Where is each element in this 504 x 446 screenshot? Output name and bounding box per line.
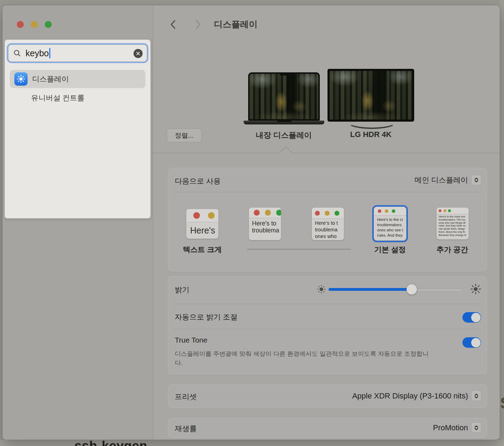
back-button[interactable]	[168, 19, 178, 30]
refresh-rate-label: 재생률	[175, 424, 197, 433]
scaling-label-more-space: 추가 공간	[417, 245, 487, 254]
display-thumbnail-lg[interactable]	[327, 69, 414, 122]
true-tone-toggle[interactable]	[462, 337, 481, 348]
card-divider	[174, 329, 481, 329]
wallpaper	[330, 71, 412, 120]
arrange-button[interactable]: 정렬...	[167, 129, 202, 142]
desktop-bottom-strip: ssh-keygen	[0, 440, 504, 446]
scaling-option-2[interactable]: Here's totroublema	[249, 208, 281, 240]
use-as-popup-button[interactable]	[471, 175, 481, 185]
sun-dim-icon	[317, 285, 326, 294]
search-result-label: 디스플레이	[32, 74, 69, 84]
scaling-option-larger-text[interactable]: Here's	[186, 209, 218, 239]
card-divider	[174, 192, 481, 192]
system-settings-window: keybo	[2, 5, 500, 440]
scaling-label-default: 기본 설정	[355, 245, 425, 254]
scaling-connector-line	[247, 249, 351, 250]
sun-bright-icon	[470, 283, 482, 295]
background-terminal-text: ssh-keygen	[74, 440, 147, 446]
use-as-label: 다음으로 사용	[175, 176, 221, 186]
search-input[interactable]: keybo	[8, 44, 147, 62]
card-divider	[174, 304, 481, 304]
forward-button[interactable]	[193, 19, 203, 30]
scaling-label-larger-text: 텍스트 크게	[167, 245, 237, 254]
search-result-display[interactable]: 디스플레이	[10, 70, 145, 88]
display-brightness-icon	[14, 72, 28, 86]
screenshot-canvas: S ssh-keygen keybo	[0, 0, 504, 446]
selected-display-pointer	[280, 146, 293, 159]
preset-popup-button[interactable]	[471, 391, 481, 401]
preset-card: 프리셋 Apple XDR Display (P3-1600 nits)	[168, 384, 487, 408]
brightness-label: 밝기	[175, 285, 189, 295]
minimize-button[interactable]	[31, 21, 38, 28]
page-title: 디스플레이	[214, 19, 258, 30]
display-thumbnail-builtin[interactable]	[248, 72, 320, 121]
use-as-value: 메인 디스플레이	[415, 175, 468, 185]
scaling-option-default[interactable]: Here's to the crtroublemakers.ones who s…	[374, 207, 406, 240]
background-partial-letter: S	[500, 394, 504, 412]
macbook-deck	[244, 121, 324, 124]
wallpaper	[250, 74, 318, 119]
scaling-option-more-space[interactable]: Here's to the crazy onetroublemakers. Th…	[437, 208, 469, 239]
text-caret	[49, 48, 50, 58]
search-result-universal-control[interactable]: 유니버설 컨트롤	[31, 93, 85, 103]
search-query-text: keybo	[26, 48, 49, 58]
slider-fill	[329, 288, 412, 291]
refresh-rate-card: 재생률 ProMotion	[168, 418, 487, 438]
auto-brightness-toggle[interactable]	[462, 312, 481, 323]
true-tone-label: True Tone	[175, 336, 207, 344]
scaling-option-3[interactable]: Here's to ttroublemaones who	[312, 208, 344, 240]
close-button[interactable]	[17, 21, 24, 28]
refresh-rate-popup-button[interactable]	[471, 423, 481, 432]
section-divider	[153, 153, 500, 153]
lg-display-label: LG HDR 4K	[318, 130, 423, 139]
sidebar-divider	[153, 5, 153, 440]
clear-search-button[interactable]	[134, 49, 143, 58]
brightness-slider[interactable]	[329, 285, 463, 295]
preset-value: Apple XDR Display (P3-1600 nits)	[352, 391, 468, 401]
slider-knob[interactable]	[406, 284, 417, 295]
refresh-rate-value: ProMotion	[433, 423, 468, 432]
macbook-notch	[280, 73, 289, 75]
true-tone-description: 디스플레이를 주변광에 맞춰 색상이 다른 환경에서도 일관적으로 보이도록 자…	[175, 349, 435, 367]
desktop-right-strip	[500, 0, 504, 440]
zoom-button[interactable]	[45, 21, 52, 28]
auto-brightness-label: 자동으로 밝기 조절	[175, 312, 238, 322]
preset-label: 프리셋	[175, 392, 197, 402]
search-results-panel: keybo	[5, 39, 151, 218]
magnifier-icon	[13, 49, 21, 57]
